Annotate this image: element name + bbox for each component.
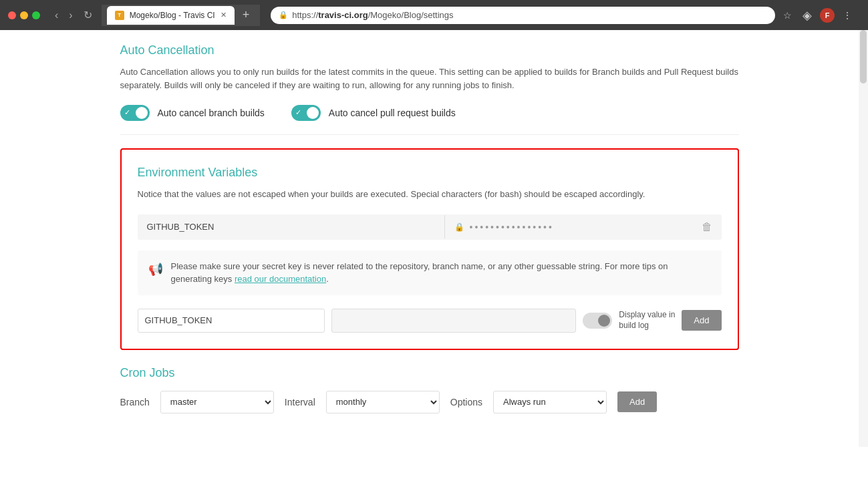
interval-select[interactable]: monthly weekly daily bbox=[326, 391, 440, 414]
branch-label: Branch bbox=[120, 397, 150, 407]
maximize-button[interactable] bbox=[32, 11, 40, 19]
branch-builds-label: Auto cancel branch builds bbox=[158, 108, 265, 118]
cron-jobs-row: Branch master Interval monthly weekly da… bbox=[120, 391, 739, 414]
branch-builds-toggle-item: ✓ Auto cancel branch builds bbox=[120, 105, 265, 121]
options-label: Options bbox=[450, 397, 482, 407]
env-lock-icon: 🔒 bbox=[454, 222, 464, 232]
env-var-value-cell: 🔒 •••••••••••••••• bbox=[445, 215, 692, 239]
env-name-input[interactable] bbox=[138, 309, 325, 333]
extension-icon-1[interactable]: ◈ bbox=[800, 8, 815, 23]
url-path: /Mogeko/Blog/settings bbox=[368, 10, 454, 20]
pull-request-label: Auto cancel pull request builds bbox=[329, 108, 456, 118]
security-lock-icon: 🔒 bbox=[279, 11, 288, 19]
cron-jobs-section: Cron Jobs Branch master Interval monthly… bbox=[120, 366, 739, 427]
reload-button[interactable]: ↻ bbox=[80, 7, 96, 23]
display-value-label: Display value in build log bbox=[619, 310, 675, 331]
new-tab-button[interactable]: + bbox=[237, 8, 255, 22]
env-variables-description: Notice that the values are not escaped w… bbox=[138, 188, 722, 201]
display-value-toggle[interactable] bbox=[583, 313, 612, 329]
section-separator bbox=[120, 134, 739, 135]
cron-jobs-title: Cron Jobs bbox=[120, 366, 739, 380]
branch-builds-toggle[interactable]: ✓ bbox=[120, 105, 150, 121]
doc-link[interactable]: read our documentation bbox=[235, 274, 326, 284]
env-value-input[interactable] bbox=[331, 309, 577, 333]
env-variables-section: Environment Variables Notice that the va… bbox=[120, 148, 739, 350]
add-env-form: Display value in build log Add bbox=[138, 309, 722, 333]
scrollbar-track[interactable] bbox=[859, 30, 868, 447]
env-var-dots: •••••••••••••••• bbox=[470, 222, 554, 232]
env-variable-row: GITHUB_TOKEN 🔒 •••••••••••••••• 🗑 bbox=[138, 214, 722, 240]
auto-cancellation-description: Auto Cancellation allows you to only run… bbox=[120, 65, 739, 92]
pull-request-toggle-item: ✓ Auto cancel pull request builds bbox=[291, 105, 456, 121]
url-domain: travis-ci.org bbox=[318, 10, 368, 20]
add-env-button[interactable]: Add bbox=[682, 310, 721, 331]
toggle-row: ✓ Auto cancel branch builds ✓ Auto cance… bbox=[120, 105, 739, 121]
branch-select[interactable]: master bbox=[160, 391, 274, 414]
options-select[interactable]: Always run bbox=[493, 391, 607, 414]
back-button[interactable]: ‹ bbox=[51, 7, 62, 23]
auto-cancellation-section: Auto Cancellation Auto Cancellation allo… bbox=[120, 43, 739, 121]
address-bar[interactable]: 🔒 https://travis-ci.org/Mogeko/Blog/sett… bbox=[271, 7, 775, 24]
pull-request-toggle[interactable]: ✓ bbox=[291, 105, 321, 121]
pull-request-check-icon: ✓ bbox=[295, 108, 301, 117]
active-tab[interactable]: T Mogeko/Blog - Travis CI ✕ bbox=[107, 6, 235, 25]
tab-title: Mogeko/Blog - Travis CI bbox=[130, 11, 215, 20]
env-variables-title: Environment Variables bbox=[138, 166, 722, 180]
address-bar-row: 🔒 https://travis-ci.org/Mogeko/Blog/sett… bbox=[265, 3, 860, 27]
scrollbar-thumb[interactable] bbox=[860, 30, 867, 84]
env-var-name: GITHUB_TOKEN bbox=[138, 215, 445, 238]
extension-icon-2[interactable]: F bbox=[820, 8, 835, 23]
minimize-button[interactable] bbox=[20, 11, 28, 19]
browser-chrome: ‹ › ↻ T Mogeko/Blog - Travis CI ✕ + 🔒 ht… bbox=[0, 0, 868, 30]
bookmark-icon[interactable]: ☆ bbox=[780, 10, 794, 21]
warning-text: Please make sure your secret key is neve… bbox=[171, 260, 711, 286]
url-protocol: https:// bbox=[292, 10, 318, 20]
page-content: Auto Cancellation Auto Cancellation allo… bbox=[0, 30, 868, 471]
warning-box: 📢 Please make sure your secret key is ne… bbox=[138, 251, 722, 295]
toggle-check-icon: ✓ bbox=[124, 108, 130, 117]
add-cron-button[interactable]: Add bbox=[617, 391, 657, 412]
interval-label: Interval bbox=[285, 397, 315, 407]
traffic-lights bbox=[8, 11, 40, 19]
env-delete-button[interactable]: 🗑 bbox=[692, 214, 722, 240]
close-button[interactable] bbox=[8, 11, 16, 19]
tab-close-button[interactable]: ✕ bbox=[221, 11, 227, 19]
warning-icon: 📢 bbox=[148, 261, 163, 286]
tab-favicon: T bbox=[115, 11, 124, 20]
url-display: https://travis-ci.org/Mogeko/Blog/settin… bbox=[292, 10, 453, 20]
tab-bar: T Mogeko/Blog - Travis CI ✕ + bbox=[102, 5, 261, 26]
auto-cancellation-title: Auto Cancellation bbox=[120, 43, 739, 57]
forward-button[interactable]: › bbox=[65, 7, 76, 23]
nav-buttons: ‹ › ↻ bbox=[51, 7, 96, 23]
chrome-menu-icon[interactable]: ⋮ bbox=[840, 10, 855, 21]
